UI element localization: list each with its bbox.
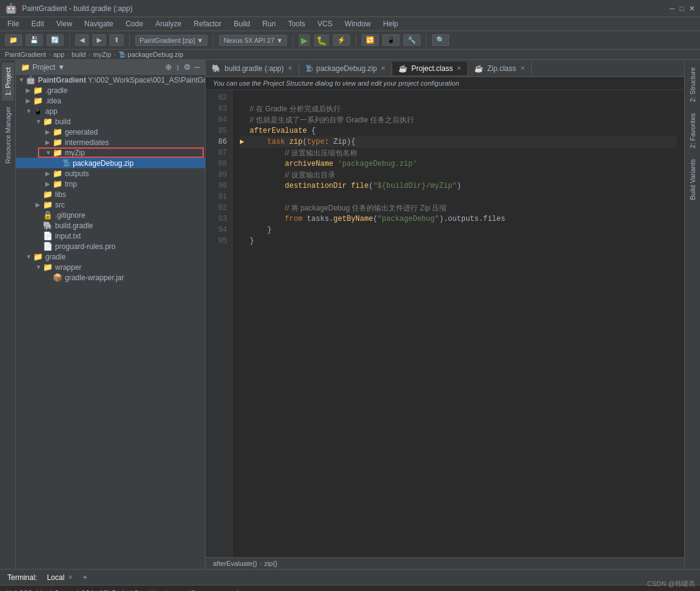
breadcrumb-root[interactable]: PaintGradient: [5, 51, 46, 58]
sidebar-tab-structure[interactable]: 2: Structure: [687, 62, 699, 107]
dropdown-icon: ▼: [197, 37, 204, 44]
hide-icon[interactable]: ─: [195, 62, 200, 72]
menu-run[interactable]: Run: [260, 18, 278, 29]
tree-idea-folder[interactable]: ▶ 📁 .idea: [16, 95, 205, 106]
search-btn[interactable]: 🔍: [432, 34, 449, 46]
toolbar-save-btn[interactable]: 💾: [26, 34, 43, 46]
terminal-tab[interactable]: Terminal:: [2, 571, 42, 584]
breadcrumb-app[interactable]: app: [53, 51, 64, 58]
txt-icon: 📄: [43, 231, 53, 240]
tree-proguard-file[interactable]: 📄 proguard-rules.pro: [16, 241, 205, 251]
menu-navigate[interactable]: Navigate: [82, 18, 116, 29]
terminal-label: Terminal:: [7, 573, 37, 582]
title-bar: 🤖 PaintGradient - build.gradle (:app) ─ …: [0, 0, 700, 17]
project-selector[interactable]: PaintGradient [zip] ▼: [135, 35, 207, 46]
left-side-tabs: 1: Project Resource Manager: [0, 60, 16, 569]
menu-window[interactable]: Window: [342, 18, 373, 29]
tab-project-class[interactable]: ☕ Project.class ✕: [392, 62, 468, 75]
menu-vcs[interactable]: VCS: [315, 18, 335, 29]
tree-build-folder[interactable]: ▼ 📁 build: [16, 116, 205, 127]
menu-build[interactable]: Build: [231, 18, 253, 29]
tree-wrapper-folder[interactable]: ▼ 📁 wrapper: [16, 262, 205, 272]
breadcrumb-file[interactable]: packageDebug.zip: [128, 51, 184, 58]
folder-icon: 📁: [33, 96, 43, 105]
menu-analyze[interactable]: Analyze: [153, 18, 184, 29]
tree-myzip-folder[interactable]: ▼ 📁 myZip: [16, 147, 205, 158]
tree-gradle-folder[interactable]: ▶ 📁 .gradle: [16, 85, 205, 95]
breadcrumb-build[interactable]: build: [72, 51, 86, 58]
sdk-btn[interactable]: 🔧: [403, 34, 420, 46]
avd-btn[interactable]: 📱: [382, 34, 400, 46]
local-close[interactable]: ✕: [68, 574, 73, 581]
code-content[interactable]: // 在 Gradle 分析完成后执行 // 也就是生成了一系列的自带 Grad…: [233, 90, 684, 557]
menu-refactor[interactable]: Refactor: [192, 18, 224, 29]
add-icon[interactable]: ⊕: [165, 62, 172, 72]
menu-view[interactable]: View: [54, 18, 75, 29]
info-text: You can use the Project Structure dialog…: [213, 80, 459, 87]
line-num-95: 95: [206, 236, 232, 247]
sidebar-tab-resource[interactable]: Resource Manager: [2, 102, 14, 169]
profile-btn[interactable]: ⚡: [333, 34, 350, 46]
project-icon: 📁: [21, 63, 30, 72]
menu-tools[interactable]: Tools: [286, 18, 308, 29]
toolbar-sync-btn[interactable]: 🔄: [47, 34, 64, 46]
line-num-92: 92: [206, 203, 232, 214]
code-line-88: archiveName 'packageDebug.zip': [240, 158, 677, 169]
menu-file[interactable]: File: [5, 18, 21, 29]
code-line-83: // 在 Gradle 分析完成后执行: [240, 103, 677, 114]
sync-gradle-btn[interactable]: 🔁: [362, 34, 379, 46]
tab-packagedebug[interactable]: 🗜 packageDebug.zip ✕: [299, 62, 392, 75]
toolbar-sep-4: [292, 34, 293, 46]
sidebar-tab-favorites[interactable]: 2: Favorites: [687, 108, 699, 153]
debug-btn[interactable]: 🐛: [314, 34, 329, 46]
toolbar-sep-6: [426, 34, 426, 46]
settings-icon[interactable]: ⚙: [184, 62, 191, 72]
toolbar-forward-btn[interactable]: ▶: [92, 34, 106, 46]
code-line-90: destinationDir file ( "${buildDir}/myZip…: [240, 180, 677, 191]
menu-code[interactable]: Code: [123, 18, 146, 29]
tab-close-3[interactable]: ✕: [456, 65, 461, 72]
class-tab-icon: ☕: [398, 64, 408, 73]
tab-close-2[interactable]: ✕: [381, 65, 385, 72]
tree-gitignore-file[interactable]: 🔒 .gitignore: [16, 210, 205, 220]
code-line-93: from tasks. getByName ( "packageDebug" )…: [240, 214, 677, 225]
toolbar-back-btn[interactable]: ◀: [75, 34, 89, 46]
tab-close-1[interactable]: ✕: [288, 65, 292, 72]
sidebar-tab-build-variants[interactable]: Build Variants: [687, 154, 699, 205]
local-tab[interactable]: Local ✕: [42, 571, 78, 584]
breadcrumb-after[interactable]: afterEvaluate{}: [213, 560, 257, 567]
tree-src-folder[interactable]: ▶ 📁 src: [16, 199, 205, 210]
tree-outputs-folder[interactable]: ▶ 📁 outputs: [16, 168, 205, 179]
close-btn[interactable]: ✕: [689, 4, 695, 13]
terminal-content[interactable]: Y:\002_WorkSpace\001_AS\PaintGradient>gr…: [0, 585, 700, 591]
tree-tmp-folder[interactable]: ▶ 📁 tmp: [16, 179, 205, 189]
tree-app-folder[interactable]: ▼ 📱 app: [16, 106, 205, 116]
device-selector[interactable]: Nexus 5X API 27 ▼: [219, 35, 287, 46]
toolbar-home-btn[interactable]: ⬆: [110, 34, 124, 46]
menu-edit[interactable]: Edit: [29, 18, 47, 29]
breadcrumb-zip[interactable]: zip{}: [264, 560, 277, 567]
tree-libs-folder[interactable]: 📁 libs: [16, 189, 205, 199]
tree-intermediates-folder[interactable]: ▶ 📁 intermediates: [16, 137, 205, 147]
tree-gradle-wrapper-jar[interactable]: 📦 gradle-wrapper.jar: [16, 272, 205, 283]
toolbar-open-btn[interactable]: 📁: [5, 34, 22, 46]
folder-icon: 📁: [33, 86, 43, 95]
menu-help[interactable]: Help: [381, 18, 401, 29]
tab-build-gradle[interactable]: 🐘 build.gradle (:app) ✕: [206, 62, 299, 75]
maximize-btn[interactable]: □: [680, 4, 684, 13]
project-panel-header: 📁 Project ▼ ⊕ ↕ ⚙ ─: [16, 60, 205, 75]
tree-packagedebug-file[interactable]: 🗜 packageDebug.zip: [16, 158, 205, 168]
tree-buildgradle-file[interactable]: 🐘 build.gradle: [16, 220, 205, 231]
new-tab-btn[interactable]: +: [78, 571, 92, 584]
tree-root[interactable]: ▼ 🤖 PaintGradient Y:\002_WorkSpace\001_A…: [16, 75, 205, 85]
sidebar-tab-project[interactable]: 1: Project: [2, 62, 14, 100]
run-btn[interactable]: ▶: [299, 34, 310, 46]
tree-inputtxt-file[interactable]: 📄 input.txt: [16, 231, 205, 241]
tab-zip-class[interactable]: ☕ Zip.class ✕: [468, 62, 531, 75]
scroll-icon[interactable]: ↕: [176, 62, 180, 72]
tree-gradle-root-folder[interactable]: ▼ 📁 gradle: [16, 251, 205, 262]
tab-close-4[interactable]: ✕: [520, 65, 525, 72]
minimize-btn[interactable]: ─: [669, 4, 675, 13]
breadcrumb-myzip[interactable]: myZip: [93, 51, 111, 58]
tree-generated-folder[interactable]: ▶ 📁 generated: [16, 127, 205, 137]
